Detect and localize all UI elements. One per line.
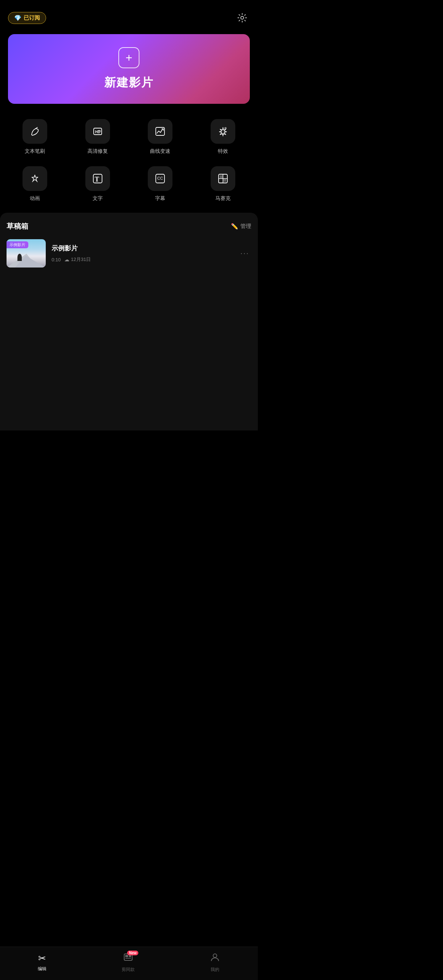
plus-icon: + <box>126 52 132 64</box>
diamond-icon: 💎 <box>14 14 21 21</box>
draft-date-wrap: ☁ 12月31日 <box>64 256 91 263</box>
draft-section: 草稿箱 ✏️ 管理 示例影片 示例影片 0:10 ☁ 12月31日 <box>0 213 258 431</box>
draft-info: 示例影片 0:10 ☁ 12月31日 <box>51 244 233 263</box>
tool-animation[interactable]: 动画 <box>4 160 67 207</box>
text-brush-icon <box>29 125 41 138</box>
animation-icon <box>29 172 41 185</box>
subtitle-label: 字幕 <box>155 195 165 202</box>
tool-hd-restore[interactable]: HD 4K 高清修复 <box>67 113 129 160</box>
mask-icon <box>217 172 229 185</box>
subscription-label: 已订阅 <box>24 14 40 21</box>
tool-effects[interactable]: 特效 <box>192 113 255 160</box>
draft-name: 示例影片 <box>51 244 233 253</box>
subtitle-icon: CC <box>154 172 166 185</box>
svg-text:CC: CC <box>157 176 163 180</box>
animation-label: 动画 <box>30 195 40 202</box>
svg-rect-14 <box>223 179 226 182</box>
tool-text[interactable]: T 文字 <box>67 160 129 207</box>
new-project-label: 新建影片 <box>104 75 154 91</box>
curve-speed-icon <box>154 125 166 138</box>
tool-subtitle[interactable]: CC 字幕 <box>129 160 192 207</box>
svg-text:T: T <box>95 176 99 183</box>
draft-thumbnail-wrap: 示例影片 <box>6 239 46 267</box>
svg-point-0 <box>241 16 244 19</box>
text-brush-icon-wrap <box>22 119 47 144</box>
tool-curve-speed[interactable]: 曲线变速 <box>129 113 192 160</box>
tool-text-brush[interactable]: 文本笔刷 <box>4 113 67 160</box>
draft-duration: 0:10 <box>51 257 61 262</box>
plus-circle: + <box>118 47 139 68</box>
hd-restore-label: 高清修复 <box>88 148 108 154</box>
text-icon-wrap: T <box>85 166 110 191</box>
effects-label: 特效 <box>218 148 228 154</box>
text-label: 文字 <box>92 195 103 202</box>
settings-button[interactable] <box>234 10 250 25</box>
text-brush-label: 文本笔刷 <box>25 148 45 154</box>
curve-speed-icon-wrap <box>148 119 172 144</box>
subtitle-icon-wrap: CC <box>148 166 172 191</box>
effects-icon <box>217 125 229 138</box>
draft-more-button[interactable]: ··· <box>238 247 251 260</box>
edit-icon: ✏️ <box>231 223 238 230</box>
draft-header: 草稿箱 ✏️ 管理 <box>6 221 251 231</box>
subscription-badge[interactable]: 💎 已订阅 <box>8 12 46 24</box>
mask-label: 马赛克 <box>215 195 231 202</box>
hd-restore-icon: HD 4K <box>91 125 104 138</box>
draft-date: 12月31日 <box>71 256 91 263</box>
bottom-spacer <box>0 431 258 463</box>
settings-icon <box>237 13 247 23</box>
manage-button[interactable]: ✏️ 管理 <box>231 223 251 230</box>
curve-speed-label: 曲线变速 <box>150 148 170 154</box>
mask-icon-wrap <box>210 166 235 191</box>
skier-figure <box>18 254 22 261</box>
animation-icon-wrap <box>22 166 47 191</box>
new-project-banner[interactable]: + 新建影片 <box>8 34 250 104</box>
svg-text:4K: 4K <box>98 130 101 132</box>
svg-rect-13 <box>220 175 223 178</box>
hd-restore-icon-wrap: HD 4K <box>85 119 110 144</box>
manage-label: 管理 <box>241 223 251 230</box>
svg-point-5 <box>225 127 226 129</box>
top-bar: 💎 已订阅 <box>0 0 258 31</box>
tool-grid: 文本笔刷 HD 4K 高清修复 曲线变速 特效 <box>0 113 258 210</box>
draft-title: 草稿箱 <box>6 221 28 231</box>
draft-meta: 0:10 ☁ 12月31日 <box>51 256 233 263</box>
tool-mask[interactable]: 马赛克 <box>192 160 255 207</box>
text-icon: T <box>91 172 104 185</box>
draft-item[interactable]: 示例影片 示例影片 0:10 ☁ 12月31日 ··· <box>6 239 251 267</box>
cloud-icon: ☁ <box>64 257 69 262</box>
effects-icon-wrap <box>210 119 235 144</box>
draft-tag: 示例影片 <box>6 241 28 248</box>
